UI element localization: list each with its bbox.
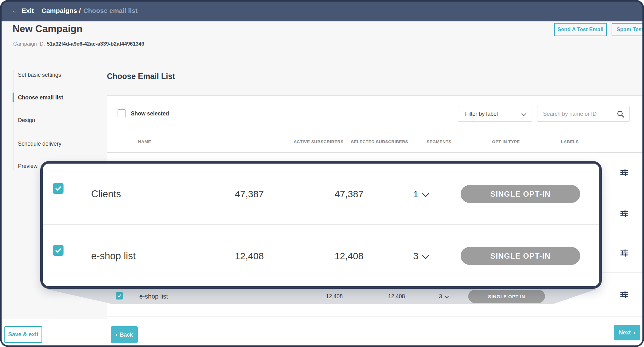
app-window: ← Exit Campaigns / Choose email list New…	[0, 0, 644, 347]
sidebar-active-indicator	[13, 92, 14, 102]
row-selected-subscribers: 12,408	[388, 289, 405, 304]
sidebar-item-preview[interactable]: Preview	[18, 162, 37, 170]
exit-button[interactable]: ← Exit	[12, 0, 34, 21]
row-list-name[interactable]: e-shop list	[91, 226, 136, 286]
filter-dropdown-value: Filter by label	[465, 111, 498, 117]
column-header-labels: LABELS	[561, 139, 579, 144]
breadcrumb: Campaigns / Choose email list	[42, 0, 138, 21]
row-settings-sliders-icon[interactable]	[620, 209, 629, 218]
back-button[interactable]: ‹ Back	[111, 326, 138, 343]
row-divider	[43, 224, 599, 225]
row-selected-subscribers: 12,408	[335, 226, 364, 286]
chevron-right-icon: ›	[633, 329, 635, 336]
back-arrow-icon: ←	[12, 7, 19, 14]
spam-test-button[interactable]: Spam Test	[612, 23, 644, 36]
row-segments-dropdown[interactable]: 1	[413, 164, 428, 224]
row-checkbox[interactable]	[116, 292, 123, 299]
filter-by-label-dropdown[interactable]: Filter by label	[458, 106, 532, 122]
top-bar: ← Exit Campaigns / Choose email list	[0, 0, 644, 21]
row-settings-sliders-icon[interactable]	[620, 290, 629, 299]
save-and-exit-button[interactable]: Save & exit	[4, 326, 42, 343]
column-header-active-subscribers: ACTIVE SUBSCRIBERS	[294, 139, 344, 144]
row-segments-dropdown[interactable]: 3	[439, 289, 448, 304]
sidebar-item-schedule-delivery[interactable]: Schedule delivery	[18, 140, 61, 148]
next-label: Next	[619, 329, 631, 336]
row-settings-sliders-icon[interactable]	[620, 168, 629, 177]
row-opt-in-type-badge[interactable]: SINGLE OPT-IN	[468, 290, 545, 303]
sidebar-item-choose-email-list[interactable]: Choose email list	[18, 94, 63, 101]
column-header-selected-subscribers: SELECTED SUBSCRIBERS	[351, 139, 408, 144]
row-list-name[interactable]: e-shop list	[139, 289, 168, 304]
app-frame: ← Exit Campaigns / Choose email list New…	[0, 0, 644, 347]
breadcrumb-root[interactable]: Campaigns /	[42, 7, 81, 14]
row-segments-dropdown[interactable]: 3	[413, 226, 428, 286]
row-active-subscribers: 47,387	[235, 164, 264, 224]
section-heading: Choose Email List	[107, 72, 175, 81]
show-selected-label: Show selected	[131, 109, 169, 118]
sidebar-item-set-basic-settings[interactable]: Set basic settings	[18, 71, 61, 79]
row-selected-subscribers: 47,387	[335, 164, 364, 224]
campaign-id-label: Campaign ID:	[13, 41, 45, 47]
row-opt-in-type-badge[interactable]: SINGLE OPT-IN	[461, 185, 580, 203]
row-segments-value: 1	[413, 189, 419, 199]
sidebar-item-design[interactable]: Design	[18, 116, 35, 124]
row-settings-sliders-icon[interactable]	[620, 249, 629, 257]
magnified-row-eshop-list: e-shop list 12,408 12,408 3 SINGLE OPT-I…	[43, 226, 599, 286]
row-active-subscribers: 12,408	[326, 289, 343, 304]
footer-bar: Save & exit ‹ Back Next ›	[0, 319, 644, 347]
next-button[interactable]: Next ›	[614, 325, 640, 340]
magnifier-overlay: Clients 47,387 47,387 1 SINGLE OPT-IN e-…	[40, 161, 602, 289]
row-checkbox[interactable]	[53, 183, 64, 194]
row-list-name[interactable]: Clients	[91, 164, 121, 224]
row-segments-value: 3	[413, 251, 419, 261]
send-test-email-button[interactable]: Send A Test Email	[554, 23, 607, 36]
sidebar-rail	[13, 70, 14, 170]
chevron-down-icon	[521, 111, 526, 116]
check-icon	[117, 293, 122, 299]
page-title: New Campaign	[13, 23, 82, 35]
search-input[interactable]	[537, 111, 616, 117]
back-label: Back	[120, 332, 133, 338]
column-header-segments: SEGMENTS	[427, 139, 452, 144]
row-checkbox[interactable]	[53, 245, 64, 256]
row-active-subscribers: 12,408	[235, 226, 264, 286]
search-icon[interactable]	[616, 110, 625, 118]
magnified-row-clients: Clients 47,387 47,387 1 SINGLE OPT-IN	[43, 164, 599, 224]
exit-label: Exit	[22, 7, 34, 14]
campaign-id: Campaign ID:51a32f4d-a9e6-42ac-a339-b2af…	[13, 41, 144, 47]
check-icon	[54, 185, 62, 192]
row-divider	[107, 316, 644, 317]
campaign-id-value: 51a32f4d-a9e6-42ac-a339-b2af44961349	[47, 41, 144, 47]
chevron-down-icon	[422, 190, 429, 197]
show-selected-checkbox[interactable]	[118, 109, 125, 117]
table-header-row: NAME ACTIVE SUBSCRIBERS SELECTED SUBSCRI…	[107, 132, 644, 153]
column-header-name: NAME	[138, 139, 151, 144]
column-header-opt-in-type: OPT-IN TYPE	[492, 139, 520, 144]
chevron-down-icon	[422, 252, 429, 259]
search-field	[537, 106, 630, 122]
breadcrumb-current: Choose email list	[83, 7, 138, 14]
row-opt-in-type-badge[interactable]: SINGLE OPT-IN	[461, 247, 580, 265]
check-icon	[54, 247, 62, 254]
chevron-left-icon: ‹	[115, 332, 117, 338]
row-segments-value: 3	[439, 293, 442, 300]
